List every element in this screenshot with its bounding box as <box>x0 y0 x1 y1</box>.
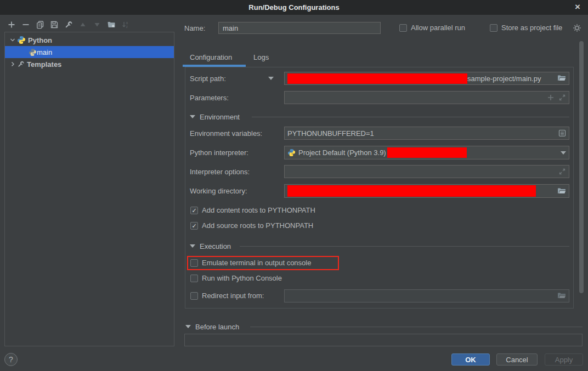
section-divider <box>240 246 569 247</box>
add-macro-icon[interactable] <box>547 94 554 101</box>
run-debug-configurations-dialog: Run/Debug Configurations × az <box>0 0 588 371</box>
redirect-input-label[interactable]: Redirect input from: <box>202 292 264 300</box>
checkmark-icon: ✓ <box>191 223 196 229</box>
cancel-button[interactable]: Cancel <box>496 353 538 366</box>
redaction-block <box>287 185 536 197</box>
section-divider <box>252 117 569 117</box>
tab-configuration[interactable]: Configuration <box>190 53 232 61</box>
tree-item-label: Templates <box>27 60 61 69</box>
gear-icon[interactable] <box>573 24 581 32</box>
chevron-down-icon[interactable] <box>561 151 566 155</box>
execution-collapse-icon[interactable] <box>190 244 195 248</box>
environment-section-label[interactable]: Environment <box>200 113 240 121</box>
working-directory-label: Working directory: <box>190 187 247 195</box>
wrench-icon <box>17 60 25 68</box>
move-up-icon[interactable] <box>76 19 90 31</box>
configurations-toolbar: az <box>4 18 133 32</box>
parameters-field[interactable] <box>284 91 569 104</box>
expand-field-icon[interactable] <box>558 94 566 101</box>
tab-logs[interactable]: Logs <box>253 53 269 61</box>
before-launch-task-list[interactable] <box>184 334 583 346</box>
before-launch-collapse-icon[interactable] <box>185 325 191 328</box>
apply-button[interactable]: Apply <box>545 353 583 366</box>
script-path-label: Script path: <box>190 75 226 83</box>
before-launch-section-label[interactable]: Before launch <box>195 323 239 331</box>
vertical-scrollbar[interactable] <box>579 41 584 293</box>
help-button[interactable]: ? <box>4 353 18 366</box>
emulate-terminal-label[interactable]: Emulate terminal in output console <box>202 259 311 267</box>
svg-text:z: z <box>126 25 128 28</box>
run-with-python-console-label[interactable]: Run with Python Console <box>202 274 282 282</box>
script-path-value: sample-project/main.py <box>467 75 541 83</box>
execution-section-label[interactable]: Execution <box>200 242 231 250</box>
tree-item-label: main <box>37 48 52 56</box>
add-icon[interactable] <box>4 19 19 31</box>
question-mark-icon: ? <box>9 355 13 364</box>
dialog-titlebar: Run/Debug Configurations × <box>0 0 588 15</box>
python-interpreter-combobox[interactable]: Project Default (Python 3.9) <box>284 146 569 159</box>
checkmark-icon: ✓ <box>191 208 196 214</box>
tree-item-templates[interactable]: Templates <box>5 58 174 70</box>
expand-field-icon[interactable] <box>558 168 566 175</box>
save-icon[interactable] <box>47 19 61 31</box>
browse-variables-icon[interactable] <box>558 129 566 137</box>
python-logo-icon <box>29 48 37 56</box>
environment-variables-field[interactable]: PYTHONUNBUFFERED=1 <box>284 127 569 140</box>
section-divider <box>250 327 583 327</box>
allow-parallel-run-checkbox[interactable] <box>399 24 407 32</box>
allow-parallel-run-label[interactable]: Allow parallel run <box>411 24 465 32</box>
script-path-dropdown-icon[interactable] <box>268 77 274 80</box>
interpreter-options-label: Interpreter options: <box>190 168 250 176</box>
redirect-input-field[interactable] <box>284 289 569 302</box>
python-interpreter-label: Python interpreter: <box>190 149 248 157</box>
dialog-title: Run/Debug Configurations <box>248 3 339 12</box>
add-source-roots-label[interactable]: Add source roots to PYTHONPATH <box>202 221 313 230</box>
python-interpreter-value: Project Default (Python 3.9) <box>298 149 386 157</box>
move-down-icon[interactable] <box>90 19 104 31</box>
redirect-input-checkbox[interactable] <box>190 292 198 300</box>
add-source-roots-checkbox[interactable]: ✓ <box>190 222 198 230</box>
edit-templates-wrench-icon[interactable] <box>61 19 76 31</box>
folder-icon[interactable] <box>557 75 566 82</box>
interpreter-options-field[interactable] <box>284 165 569 178</box>
new-folder-icon[interactable] <box>104 19 118 31</box>
ok-button[interactable]: OK <box>451 353 490 366</box>
python-logo-icon <box>17 36 26 44</box>
environment-collapse-icon[interactable] <box>190 115 195 118</box>
python-logo-icon <box>287 149 296 157</box>
add-content-roots-label[interactable]: Add content roots to PYTHONPATH <box>202 206 315 214</box>
tree-item-label: Python <box>28 36 52 44</box>
chevron-down-icon[interactable] <box>8 37 17 43</box>
tree-item-python[interactable]: Python <box>5 34 174 46</box>
add-content-roots-checkbox[interactable]: ✓ <box>190 207 198 214</box>
close-icon[interactable]: × <box>572 2 583 13</box>
configurations-tree: Python main Templates <box>4 32 174 346</box>
remove-icon[interactable] <box>19 19 33 31</box>
copy-icon[interactable] <box>33 19 47 31</box>
redaction-block <box>287 73 467 84</box>
store-as-project-file-checkbox[interactable] <box>490 24 497 32</box>
store-as-project-file-label[interactable]: Store as project file <box>501 24 562 32</box>
environment-variables-label: Environment variables: <box>190 129 262 138</box>
tree-item-main[interactable]: main <box>5 46 174 58</box>
working-directory-field[interactable] <box>284 184 569 198</box>
redaction-block <box>387 147 467 158</box>
name-label: Name: <box>184 24 205 32</box>
chevron-right-icon[interactable] <box>8 61 17 67</box>
folder-icon[interactable] <box>557 187 566 195</box>
parameters-label: Parameters: <box>190 94 229 102</box>
sort-icon[interactable]: az <box>118 19 133 31</box>
script-path-field[interactable]: sample-project/main.py <box>284 72 569 85</box>
name-input[interactable] <box>218 22 381 34</box>
run-with-python-console-checkbox[interactable] <box>190 275 198 282</box>
environment-variables-value: PYTHONUNBUFFERED=1 <box>287 129 374 138</box>
folder-icon[interactable] <box>557 292 566 300</box>
emulate-terminal-checkbox[interactable] <box>190 259 198 267</box>
